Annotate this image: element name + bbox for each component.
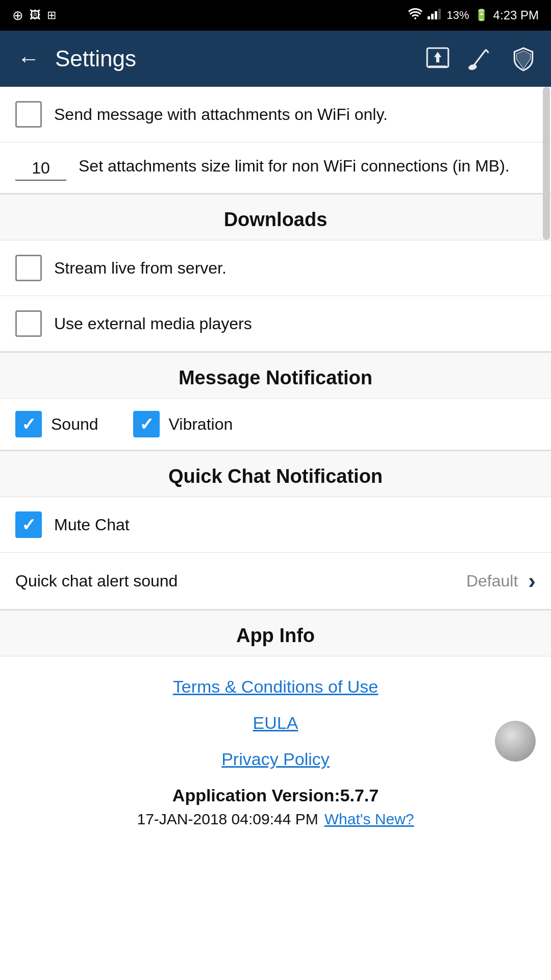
chevron-right-icon: ›: [528, 568, 536, 594]
grid-icon: ⊞: [47, 9, 56, 22]
svg-rect-2: [435, 11, 437, 19]
page-title: Settings: [55, 46, 412, 71]
upload-icon[interactable]: [422, 43, 453, 74]
svg-line-9: [486, 50, 488, 53]
attachment-size-label: Set attachments size limit for non WiFi …: [79, 155, 536, 178]
status-bar-right-icons: 13% 🔋 4:23 PM: [408, 8, 539, 22]
image-icon: 🖼: [30, 9, 41, 22]
vibration-item: Vibration: [133, 411, 233, 437]
status-bar: ⊕ 🖼 ⊞: [0, 0, 551, 31]
shield-icon[interactable]: [508, 43, 539, 74]
eula-link[interactable]: EULA: [15, 713, 536, 733]
whats-new-link[interactable]: What's New?: [324, 811, 414, 828]
mute-chat-checkbox[interactable]: [15, 511, 42, 538]
signal-icon: [428, 8, 442, 22]
svg-line-7: [473, 50, 486, 65]
attachment-size-row: Set attachments size limit for non WiFi …: [0, 142, 551, 193]
terms-conditions-link[interactable]: Terms & Conditions of Use: [15, 677, 536, 697]
svg-point-8: [468, 63, 478, 70]
mute-chat-row: Mute Chat: [0, 497, 551, 553]
back-button[interactable]: ←: [12, 41, 45, 77]
battery-percentage: 13%: [447, 9, 469, 22]
stream-live-checkbox[interactable]: [15, 255, 42, 281]
app-info-header: App Info: [0, 609, 551, 656]
avatar: [495, 721, 536, 762]
svg-marker-5: [434, 52, 442, 62]
svg-rect-1: [431, 14, 434, 19]
mute-chat-label: Mute Chat: [54, 516, 536, 534]
app-date: 17-JAN-2018 04:09:44 PM: [137, 811, 318, 828]
vibration-checkbox[interactable]: [133, 411, 160, 437]
send-message-wifi-label: Send message with attachments on WiFi on…: [54, 105, 536, 124]
external-media-checkbox[interactable]: [15, 310, 42, 337]
send-message-wifi-checkbox[interactable]: [15, 101, 42, 128]
stream-live-label: Stream live from server.: [54, 259, 536, 278]
nav-icons: [422, 43, 539, 74]
alert-sound-value: Default: [466, 572, 518, 591]
send-message-wifi-row: Send message with attachments on WiFi on…: [0, 87, 551, 142]
privacy-policy-link[interactable]: Privacy Policy: [15, 749, 536, 769]
external-media-label: Use external media players: [54, 314, 536, 333]
plus-icon: ⊕: [12, 8, 23, 23]
sound-label: Sound: [51, 415, 98, 434]
message-notification-header: Message Notification: [0, 352, 551, 399]
battery-icon: 🔋: [474, 9, 488, 22]
brush-icon[interactable]: [465, 43, 496, 74]
app-info-section: Terms & Conditions of Use EULA Privacy P…: [0, 656, 551, 843]
sound-checkbox[interactable]: [15, 411, 42, 437]
settings-content: Send message with attachments on WiFi on…: [0, 87, 551, 843]
quick-chat-alert-row[interactable]: Quick chat alert sound Default ›: [0, 553, 551, 609]
alert-sound-label: Quick chat alert sound: [15, 572, 466, 591]
downloads-section-header: Downloads: [0, 193, 551, 240]
svg-rect-0: [428, 16, 430, 19]
app-version: Application Version:5.7.7: [15, 786, 536, 805]
external-media-row: Use external media players: [0, 296, 551, 352]
scrollbar[interactable]: [543, 87, 550, 240]
svg-rect-3: [438, 9, 441, 19]
attachment-size-input[interactable]: [15, 159, 66, 181]
svg-marker-10: [516, 51, 530, 68]
nav-bar: ← Settings: [0, 31, 551, 87]
app-date-row: 17-JAN-2018 04:09:44 PM What's New?: [15, 811, 536, 828]
quick-chat-header: Quick Chat Notification: [0, 450, 551, 497]
wifi-icon: [408, 8, 422, 22]
vibration-label: Vibration: [169, 415, 233, 434]
notification-row: Sound Vibration: [0, 399, 551, 450]
time-display: 4:23 PM: [493, 8, 539, 22]
svg-rect-6: [429, 66, 446, 68]
status-bar-left-icons: ⊕ 🖼 ⊞: [12, 8, 56, 23]
sound-item: Sound: [15, 411, 98, 437]
stream-live-row: Stream live from server.: [0, 240, 551, 296]
